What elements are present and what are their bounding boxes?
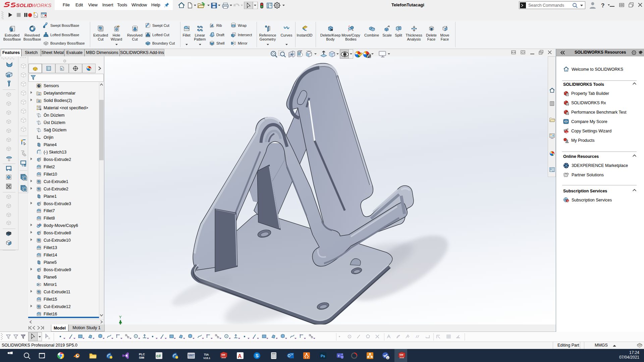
svg-text:c#: c# — [156, 354, 161, 358]
svg-text:Ps: Ps — [321, 354, 325, 358]
svg-text:Rx: Rx — [567, 103, 569, 105]
svg-text:A: A — [38, 93, 40, 95]
svg-text:Y: Y — [119, 315, 122, 319]
svg-text:S: S — [565, 92, 566, 93]
svg-text:S: S — [565, 101, 566, 103]
svg-text:S: S — [565, 110, 566, 112]
svg-text:SOLID: SOLID — [16, 2, 32, 8]
svg-text:Rx: Rx — [567, 113, 569, 115]
svg-text:T: T — [338, 354, 340, 357]
svg-text:V15.1: V15.1 — [203, 357, 210, 360]
svg-text:SIM: SIM — [139, 356, 144, 359]
svg-text:?: ? — [601, 2, 604, 9]
svg-text:S: S — [255, 353, 258, 358]
svg-text:SW: SW — [566, 131, 568, 133]
svg-text:2019: 2019 — [399, 357, 404, 359]
svg-text:A: A — [238, 353, 242, 359]
svg-text:SIMIT: SIMIT — [188, 354, 195, 356]
svg-text:SW: SW — [567, 200, 569, 202]
svg-text:SW: SW — [399, 354, 404, 356]
svg-text:SW: SW — [221, 354, 225, 356]
svg-text:cd: cd — [232, 25, 234, 27]
svg-text:TIA: TIA — [204, 353, 209, 356]
svg-text:2019: 2019 — [221, 357, 226, 359]
svg-text:PLC: PLC — [139, 353, 145, 356]
svg-text:4: 4 — [387, 356, 388, 359]
svg-text:WORKS: WORKS — [32, 2, 52, 8]
